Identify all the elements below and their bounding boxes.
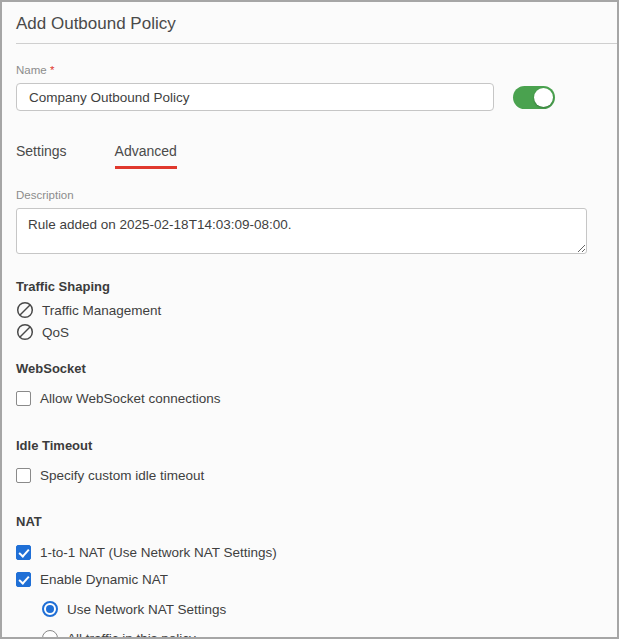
title-divider <box>16 43 617 44</box>
tab-bar: Settings Advanced <box>16 143 603 169</box>
no-entry-icon <box>16 323 34 341</box>
no-entry-icon <box>16 301 34 319</box>
traffic-management-item[interactable]: Traffic Management <box>16 301 603 319</box>
one-to-one-nat-checkbox[interactable] <box>16 545 31 560</box>
description-label: Description <box>16 189 603 201</box>
all-traffic-in-policy-radio[interactable] <box>42 630 58 639</box>
websocket-heading: WebSocket <box>16 361 603 376</box>
qos-item[interactable]: QoS <box>16 323 603 341</box>
description-textarea[interactable]: Rule added on 2025-02-18T14:03:09-08:00. <box>16 208 587 254</box>
enable-dynamic-nat-label: Enable Dynamic NAT <box>40 572 168 587</box>
tab-advanced[interactable]: Advanced <box>115 143 177 169</box>
custom-idle-timeout-checkbox[interactable] <box>16 468 31 483</box>
tab-settings[interactable]: Settings <box>16 143 67 169</box>
add-outbound-policy-panel: Add Outbound Policy Name * Settings Adva… <box>0 0 619 639</box>
idle-timeout-heading: Idle Timeout <box>16 438 603 453</box>
policy-enabled-toggle[interactable] <box>513 86 555 109</box>
nat-heading: NAT <box>16 514 603 529</box>
use-network-nat-settings-radio[interactable] <box>42 601 58 617</box>
page-title: Add Outbound Policy <box>2 2 617 43</box>
toggle-knob <box>534 88 553 107</box>
traffic-management-label: Traffic Management <box>42 303 161 318</box>
name-label: Name * <box>16 64 603 76</box>
all-traffic-in-policy-label: All traffic in this policy <box>67 631 196 639</box>
traffic-shaping-heading: Traffic Shaping <box>16 279 603 294</box>
allow-websocket-checkbox[interactable] <box>16 391 31 406</box>
enable-dynamic-nat-checkbox[interactable] <box>16 572 31 587</box>
custom-idle-timeout-label: Specify custom idle timeout <box>40 468 204 483</box>
one-to-one-nat-label: 1-to-1 NAT (Use Network NAT Settings) <box>40 545 277 560</box>
name-input[interactable] <box>16 83 494 111</box>
required-asterisk: * <box>50 64 54 76</box>
use-network-nat-settings-label: Use Network NAT Settings <box>67 602 226 617</box>
allow-websocket-label: Allow WebSocket connections <box>40 391 221 406</box>
qos-label: QoS <box>42 325 69 340</box>
